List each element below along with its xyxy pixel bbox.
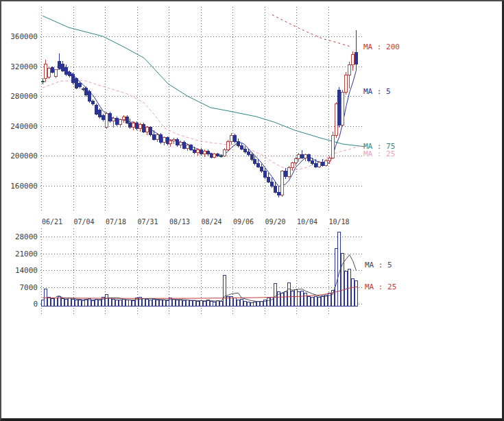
volume-bar	[294, 289, 297, 306]
candle-body	[143, 124, 145, 132]
volume-bar	[243, 301, 246, 306]
candle-body	[132, 123, 135, 128]
candle	[159, 133, 162, 143]
candle-body	[102, 115, 105, 120]
candle-body	[119, 120, 121, 125]
date-label: 07/18	[106, 218, 126, 226]
volume-bar	[119, 300, 121, 306]
candle	[149, 126, 152, 136]
candle	[156, 133, 158, 142]
candle-body	[311, 161, 314, 164]
candle-body	[45, 64, 47, 79]
ma200-line	[272, 15, 351, 47]
volume-bar	[317, 298, 320, 306]
volume-bar	[254, 302, 256, 306]
date-axis-labels: 06/2107/0407/1807/3108/1308/2409/0609/20…	[42, 218, 350, 226]
volume-bar	[41, 300, 44, 306]
volume-bar	[169, 298, 172, 306]
ma-legend-label: MA : 25	[365, 282, 396, 291]
candle	[291, 162, 293, 171]
candle	[331, 132, 334, 159]
volume-bar	[196, 301, 199, 306]
volume-bar	[315, 297, 317, 306]
candle	[143, 123, 145, 133]
volume-bar	[213, 302, 216, 306]
volume-bar	[352, 279, 355, 306]
volume-bar	[274, 284, 276, 306]
candle-body	[233, 136, 236, 142]
candle-body	[230, 136, 233, 142]
ma-legend-label: MA : 5	[363, 87, 391, 96]
price-tick-label: 200000	[10, 152, 38, 160]
candle	[355, 30, 358, 70]
candle-body	[58, 62, 61, 69]
candle	[41, 78, 44, 84]
candle-body	[41, 81, 44, 82]
volume-bar	[189, 301, 192, 306]
candle	[264, 168, 267, 178]
volume-bar	[51, 299, 54, 306]
candle	[146, 126, 149, 135]
candle-body	[277, 192, 280, 195]
volume-bar	[240, 299, 243, 306]
volume-bar	[75, 300, 77, 306]
candle-body	[193, 149, 195, 152]
date-label: 07/04	[74, 218, 95, 226]
candle-body	[159, 135, 162, 143]
candle-body	[122, 117, 125, 119]
candle-body	[227, 141, 230, 149]
candle	[71, 73, 74, 84]
candle	[82, 87, 84, 92]
candle-body	[163, 138, 165, 143]
candle	[267, 173, 270, 183]
volume-bar	[82, 301, 84, 306]
candle	[287, 166, 290, 178]
volume-bar	[112, 299, 115, 306]
candle-body	[291, 163, 293, 168]
candle	[321, 159, 324, 167]
date-label: 10/04	[297, 218, 317, 226]
candle-body	[206, 151, 209, 154]
volume-bar	[166, 300, 169, 306]
volume-bar	[68, 298, 71, 306]
volume-bar	[64, 300, 67, 306]
candle-body	[348, 64, 351, 75]
candle-body	[156, 135, 158, 140]
volume-bar	[149, 300, 152, 306]
candle	[105, 112, 108, 129]
volume-bar	[85, 300, 88, 306]
candle-body	[112, 119, 115, 121]
volume-bar	[267, 298, 270, 306]
candle-body	[355, 53, 358, 64]
candle-body	[176, 139, 179, 145]
volume-bar	[341, 254, 344, 306]
candle-body	[298, 155, 300, 158]
candle	[62, 61, 64, 72]
price-tick-label: 360000	[10, 32, 38, 41]
candle-body	[152, 135, 155, 140]
candle	[136, 121, 139, 130]
candle	[261, 164, 263, 173]
candle	[173, 138, 176, 144]
candle	[348, 62, 351, 88]
date-label: 06/21	[42, 218, 62, 226]
candle	[112, 117, 115, 127]
candle	[139, 123, 142, 132]
candle-body	[146, 128, 149, 132]
candle	[45, 60, 47, 83]
candle-body	[247, 152, 250, 155]
candle-body	[108, 113, 111, 121]
candle-body	[284, 171, 287, 177]
volume-tick-label: 14000	[15, 266, 38, 275]
candle-body	[75, 79, 77, 88]
price-tick-label: 160000	[10, 182, 38, 191]
candle-body	[237, 141, 239, 146]
volume-bar	[247, 302, 250, 306]
volume-bar	[125, 300, 128, 306]
price-tick-label: 280000	[10, 92, 38, 101]
volume-bar	[220, 302, 223, 306]
candle	[277, 187, 280, 197]
candle-body	[317, 163, 320, 167]
candle-body	[166, 138, 169, 144]
ma-legend-label: MA : 200	[363, 43, 400, 51]
